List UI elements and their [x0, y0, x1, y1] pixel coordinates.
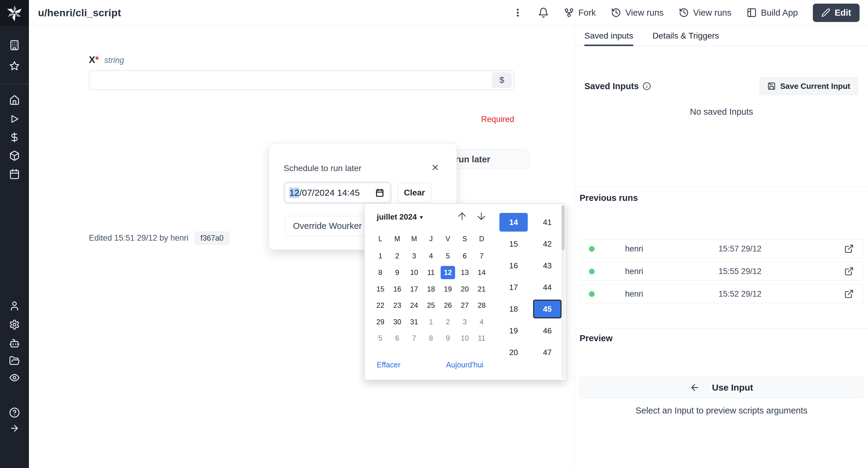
previous-run-row[interactable]: henri 15:52 29/12 [580, 285, 863, 303]
tab-details-triggers[interactable]: Details & Triggers [652, 26, 719, 46]
user-icon[interactable] [9, 301, 20, 311]
calendar-day-cell[interactable]: 7 [407, 332, 421, 345]
calendar-day-cell[interactable]: 12 [441, 266, 455, 279]
calendar-day-cell[interactable]: 15 [373, 282, 388, 296]
string-input[interactable]: $ [89, 70, 514, 90]
gear-icon[interactable] [9, 319, 20, 330]
calendar-day-cell[interactable]: 10 [407, 266, 421, 279]
calendar-day-cell[interactable]: 24 [407, 299, 421, 312]
calendar-day-cell[interactable]: 4 [474, 315, 489, 329]
calendar-minute-cell[interactable]: 45 [533, 300, 561, 318]
eye-icon[interactable] [9, 372, 20, 383]
dollar-icon[interactable] [9, 132, 20, 143]
calendar-hour-cell[interactable]: 19 [499, 321, 528, 340]
calendar-minute-cell[interactable]: 44 [533, 278, 561, 297]
calendar-day-cell[interactable]: 4 [424, 249, 438, 263]
calendar-day-cell[interactable]: 22 [373, 299, 388, 312]
calendar-day-cell[interactable]: 26 [441, 299, 455, 312]
calendar-day-cell[interactable]: 11 [424, 266, 438, 279]
calendar-minute-cell[interactable]: 46 [533, 321, 561, 340]
calendar-day-cell[interactable]: 3 [407, 249, 421, 263]
bell-icon[interactable] [538, 7, 549, 18]
calendar-day-cell[interactable]: 8 [424, 332, 438, 345]
calendar-day-cell[interactable]: 17 [407, 282, 421, 296]
time-scrollbar-thumb[interactable] [561, 205, 565, 250]
calendar-day-cell[interactable]: 6 [458, 249, 472, 263]
previous-run-row[interactable]: henri 15:55 29/12 [580, 262, 863, 281]
previous-run-row[interactable]: henri 15:57 29/12 [580, 239, 863, 258]
calendar-day-cell[interactable]: 21 [474, 282, 489, 296]
today-link[interactable]: Aujourd'hui [446, 361, 484, 369]
play-icon[interactable] [9, 114, 20, 124]
calendar-minute-cell[interactable]: 41 [533, 213, 561, 232]
calendar-day-cell[interactable]: 5 [373, 332, 388, 345]
fork-button[interactable]: Fork [564, 7, 596, 18]
datetime-input[interactable]: 12/07/2024 14:45 [285, 183, 390, 203]
close-icon[interactable] [431, 163, 440, 172]
calendar-day-cell[interactable]: 16 [390, 282, 404, 296]
calendar-day-cell[interactable]: 9 [441, 332, 455, 345]
month-selector[interactable]: juillet 2024 ▾ [377, 212, 423, 222]
view-runs-button[interactable]: View runs [611, 7, 664, 18]
calendar-day-cell[interactable]: 7 [474, 249, 489, 263]
calendar-day-cell[interactable]: 6 [390, 332, 404, 345]
calendar-hour-cell[interactable]: 16 [499, 256, 528, 275]
calendar-day-cell[interactable]: 8 [373, 266, 388, 279]
previous-month-arrow-icon[interactable] [456, 210, 468, 222]
calendar-day-cell[interactable]: 1 [373, 249, 388, 263]
boxes-icon[interactable] [9, 150, 20, 161]
calendar-hour-cell[interactable]: 18 [499, 300, 528, 318]
calendar-day-cell[interactable]: 10 [458, 332, 472, 345]
calendar-hour-cell[interactable]: 14 [499, 213, 528, 232]
calendar-hour-cell[interactable]: 17 [499, 278, 528, 297]
calendar-day-cell[interactable]: 5 [441, 249, 455, 263]
calendar-minute-cell[interactable]: 47 [533, 343, 561, 362]
home-icon[interactable] [9, 95, 20, 106]
use-input-button[interactable]: Use Input [580, 377, 863, 398]
help-icon[interactable] [9, 407, 20, 418]
calendar-day-cell[interactable]: 30 [390, 315, 404, 329]
bot-icon[interactable] [9, 338, 20, 349]
calendar-hour-cell[interactable]: 20 [499, 343, 528, 362]
kebab-menu-icon[interactable] [513, 7, 523, 18]
building-icon[interactable] [9, 40, 20, 51]
view-runs-button-2[interactable]: View runs [679, 7, 732, 18]
save-current-input-button[interactable]: Save Current Input [759, 77, 858, 95]
calendar-day-cell[interactable]: 1 [424, 315, 438, 329]
external-link-icon[interactable] [844, 244, 854, 254]
star-icon[interactable] [9, 61, 20, 71]
calendar-day-cell[interactable]: 9 [390, 266, 404, 279]
edit-button[interactable]: Edit [813, 4, 860, 22]
version-hash-badge[interactable]: f367a0 [194, 231, 229, 245]
calendar-day-cell[interactable]: 13 [458, 266, 472, 279]
clear-button[interactable]: Clear [398, 183, 431, 203]
build-app-button[interactable]: Build App [747, 7, 798, 18]
calendar-day-cell[interactable]: 19 [441, 282, 455, 296]
calendar-minute-cell[interactable]: 43 [533, 256, 561, 275]
folder-open-icon[interactable] [9, 355, 20, 366]
calendar-day-cell[interactable]: 25 [424, 299, 438, 312]
info-icon[interactable] [643, 82, 651, 90]
calendar-day-cell[interactable]: 29 [373, 315, 388, 329]
calendar-day-cell[interactable]: 3 [458, 315, 472, 329]
calendar-hour-cell[interactable]: 15 [499, 235, 528, 253]
calendar-day-cell[interactable]: 28 [474, 299, 489, 312]
calendar-day-cell[interactable]: 2 [390, 249, 404, 263]
external-link-icon[interactable] [844, 267, 854, 276]
calendar-day-cell[interactable]: 23 [390, 299, 404, 312]
calendar-day-cell[interactable]: 18 [424, 282, 438, 296]
calendar-day-cell[interactable]: 2 [441, 315, 455, 329]
calendar-minute-cell[interactable]: 42 [533, 235, 561, 253]
calendar-day-cell[interactable]: 11 [474, 332, 489, 345]
external-link-icon[interactable] [844, 289, 854, 299]
next-month-arrow-icon[interactable] [475, 210, 487, 222]
calendar-day-cell[interactable]: 27 [458, 299, 472, 312]
calendar-day-cell[interactable]: 14 [474, 266, 489, 279]
calendar-day-cell[interactable]: 31 [407, 315, 421, 329]
clear-date-link[interactable]: Effacer [377, 361, 401, 369]
tab-saved-inputs[interactable]: Saved inputs [584, 26, 633, 46]
calendar-icon[interactable] [9, 169, 20, 179]
calendar-day-cell[interactable]: 20 [458, 282, 472, 296]
windmill-logo[interactable] [0, 0, 29, 26]
arrow-right-icon[interactable] [9, 423, 20, 433]
